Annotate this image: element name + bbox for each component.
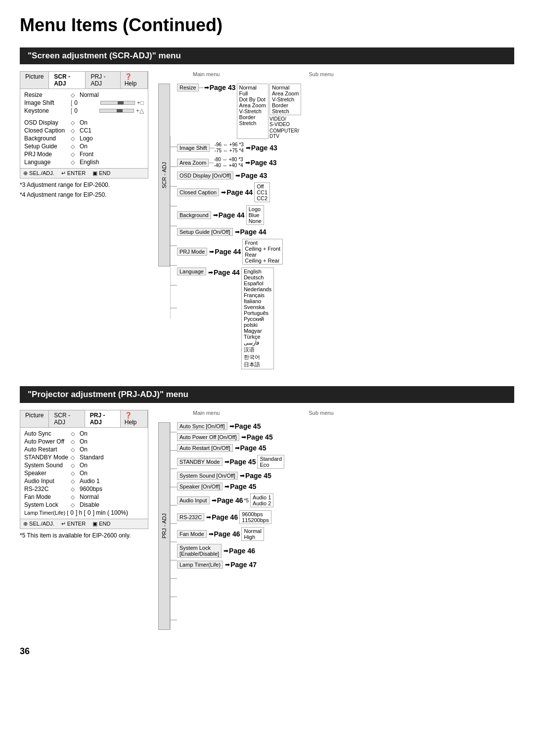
page-ref-autorestart: ➡ Page 45: [235, 444, 267, 452]
panel-body: Resize ◇ Normal Image Shift [ 0 +□ Keyst…: [20, 89, 148, 168]
page-ref-autopoweroff: ➡ Page 45: [241, 433, 273, 441]
root-label-scr: SCR - ADJ: [158, 84, 170, 267]
slider-bar[interactable]: [99, 109, 134, 113]
row-label: Lamp Timer(Life) [: [24, 510, 68, 516]
section1-header: "Screen adjustment (SCR-ADJ)" menu: [20, 47, 514, 64]
menu-row-resize: Resize ◇ Normal: [20, 91, 148, 99]
menu-row-autopoweroff: Auto Power Off ◇ On: [20, 438, 148, 445]
row-value: On: [80, 446, 144, 453]
tab2-picture[interactable]: Picture: [20, 410, 49, 427]
resize-sub: NormalFullDot By DotArea ZoomV-StretchBo…: [237, 84, 302, 139]
node-rs232c: RS-232C: [177, 513, 204, 521]
row-arrow: ◇: [71, 502, 78, 508]
menu-row-audioinput: Audio Input ◇ Audio 1: [20, 477, 148, 485]
node-prjmode: PRJ Mode: [177, 248, 207, 256]
row-label: Image Shift: [24, 99, 69, 106]
page-ref-rs232c: ➡ Page 46: [206, 513, 238, 521]
menu-row-cc: Closed Caption ◇ CC1: [20, 127, 148, 134]
page-ref-cc: ➡ Page 44: [221, 188, 253, 196]
node-autopoweroff: Auto Power Off [On/Off]: [177, 433, 239, 441]
tree-item-autopoweroff: Auto Power Off [On/Off] ➡ Page 45: [177, 433, 284, 441]
tab2-prj-adj[interactable]: PRJ - ADJ: [85, 410, 121, 427]
node-lang: Language: [177, 267, 206, 275]
node-autorestart: Auto Restart [On/Off]: [177, 444, 233, 452]
page-ref-keystone: ➡ Page 43: [245, 159, 277, 167]
page-number: 36: [20, 646, 514, 657]
node-speaker: Speaker [On/Off]: [177, 483, 222, 490]
tab2-scr-adj[interactable]: SCR - ADJ: [49, 410, 85, 427]
row-label: Background: [24, 135, 69, 142]
row-label: Language: [24, 159, 69, 166]
page-ref-syslock: ➡ Page 46: [223, 547, 255, 555]
page-ref-audioinput: ➡ Page 46: [212, 496, 243, 504]
panel2-body: Auto Sync ◇ On Auto Power Off ◇ On Auto …: [20, 428, 148, 519]
row-label: Resize: [24, 91, 69, 98]
node-standby: STANDBY Mode: [177, 458, 222, 466]
section2-header: "Projector adjustment (PRJ-ADJ)" menu: [20, 386, 514, 403]
section1-diagram: Main menu Sub menu SCR - ADJ: [158, 71, 514, 371]
node-syslock: System Lock[Enable/Disable]: [177, 544, 222, 558]
row-arrow: ◇: [71, 486, 78, 492]
row-arrow: ◇: [71, 454, 78, 461]
row-value: Normal: [80, 493, 144, 500]
page-ref-lamp: ➡ Page 47: [225, 561, 257, 569]
slider-bar[interactable]: [100, 101, 135, 105]
section1: "Screen adjustment (SCR-ADJ)" menu Pictu…: [20, 47, 514, 371]
menu-row-autorestart: Auto Restart ◇ On: [20, 445, 148, 453]
tree-item-standby: STANDBY Mode ➡ Page 45 StandardEco: [177, 455, 284, 469]
menu-row-setup: Setup Guide ◇ On: [20, 142, 148, 150]
page-ref-fanmode: ➡ Page 46: [209, 530, 240, 538]
sub-menu-label: Sub menu: [309, 71, 333, 77]
row-value: 9600bps: [80, 486, 144, 492]
lamp-unit1: ] h [: [76, 509, 86, 516]
tab-picture[interactable]: Picture: [20, 72, 49, 89]
tab-help[interactable]: ❓ Help: [121, 72, 148, 89]
row-label: Setup Guide: [24, 143, 69, 150]
row-arrow: ◇: [71, 143, 78, 150]
node-bg: Background: [177, 211, 211, 219]
tree-item-osd: OSD Display [On/Off] ➡ Page 43: [177, 172, 301, 179]
page-ref-resize: ➡ Page 43: [199, 84, 236, 91]
menu-row-imageshift: Image Shift [ 0 +□: [20, 99, 148, 107]
row-label: Auto Sync: [24, 430, 69, 437]
sub-fanmode: NormalHigh: [241, 527, 264, 541]
row-value: On: [80, 470, 144, 477]
tab-prj-adj[interactable]: PRJ - ADJ: [86, 72, 120, 89]
page-ref-lang: ➡ Page 44: [208, 268, 240, 276]
menu-row-prj: PRJ Mode ◇ Front: [20, 150, 148, 158]
page-ref-standby: ➡ Page 45: [224, 458, 256, 466]
row-value: Disable: [80, 501, 144, 508]
tree-item-syssound: System Sound [On/Off] ➡ Page 45: [177, 472, 284, 480]
node-autosync: Auto Sync [On/Off]: [177, 422, 227, 430]
row-value: On: [80, 430, 144, 437]
tree-item-prjmode: PRJ Mode ➡ Page 44 FrontCeiling + FrontR…: [177, 239, 301, 265]
node-imageshift: Image Shift: [177, 144, 210, 152]
row-arrow: ◇: [71, 92, 78, 98]
tree-item-lang: Language ➡ Page 44 EnglishDeutschEspañol…: [177, 267, 301, 369]
footer2-enter: ↵ ENTER: [61, 521, 86, 527]
page-ref-setup: ➡ Page 44: [235, 228, 267, 236]
node-osd: OSD Display [On/Off]: [177, 172, 233, 179]
row-label: OSD Display: [24, 119, 69, 126]
root-label-prj: PRJ - ADJ: [158, 422, 170, 630]
panel2-header: Picture SCR - ADJ PRJ - ADJ ❓ Help: [20, 410, 148, 428]
row-arrow: ◇: [71, 446, 78, 453]
computer-note: COMPUTER/DTV: [269, 128, 301, 139]
bracket-open: [: [71, 99, 72, 106]
row-label: PRJ Mode: [24, 151, 69, 158]
tree-items-col: Resize ➡ Page 43 NormalFullDot By DotAre…: [177, 84, 301, 371]
tab-scr-adj[interactable]: SCR - ADJ: [49, 72, 86, 89]
sub-lang: EnglishDeutschEspañolNederlandsFrançaisI…: [241, 267, 274, 369]
sub-cc: OffCC1CC2: [254, 182, 270, 202]
sub-bg: LogoBlueNone: [246, 205, 264, 225]
tree-item-cc: Closed Caption ➡ Page 44 OffCC1CC2: [177, 182, 301, 202]
scr-adj-panel: Picture SCR - ADJ PRJ - ADJ ❓ Help Resiz…: [20, 71, 148, 178]
row-arrow: ◇: [71, 431, 78, 437]
row-value: Logo: [80, 135, 144, 142]
menu-row-syslock: System Lock ◇ Disable: [20, 501, 148, 509]
prj-adj-panel: Picture SCR - ADJ PRJ - ADJ ❓ Help Auto …: [20, 410, 148, 529]
row-arrow: ◇: [71, 478, 78, 485]
page-title: Menu Items (Continued): [20, 15, 514, 36]
row-arrow: ◇: [71, 159, 78, 166]
tab2-help[interactable]: ❓ Help: [121, 410, 148, 427]
